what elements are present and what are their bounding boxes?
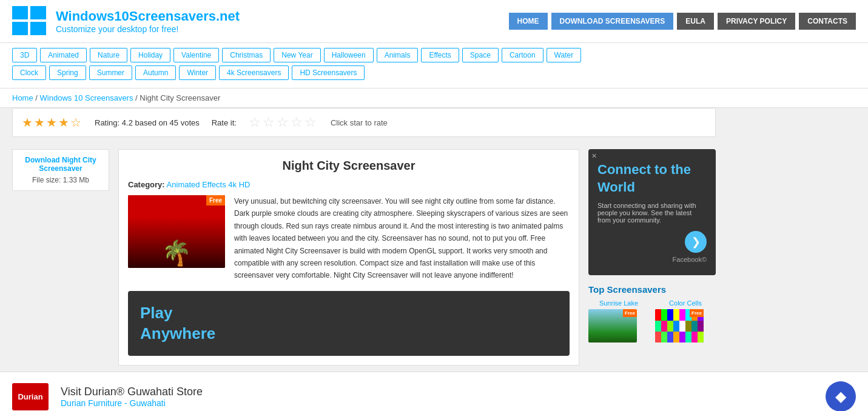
bottom-ad-subtitle: Durian Furniture - Guwahati xyxy=(61,398,813,408)
cat-link-hd[interactable]: HD xyxy=(239,180,251,189)
cat-btn-hd-screensavers[interactable]: HD Screensavers xyxy=(292,65,365,80)
fb-widget-title: Connect to the World xyxy=(597,161,707,196)
cat-btn-animals[interactable]: Animals xyxy=(377,48,419,62)
logo-title: Windows10Screensavers.net xyxy=(56,8,240,24)
cat-btn-animated[interactable]: Animated xyxy=(40,48,87,62)
screensaver-section: 🌴 Free Very unusual, but bewitching city… xyxy=(128,195,570,282)
fb-widget: ✕ Connect to the World Start connecting … xyxy=(588,149,716,275)
logo-text: Windows10Screensavers.net Customize your… xyxy=(56,8,240,34)
category-row-2: ClockSpringSummerAutumnWinter4k Screensa… xyxy=(12,65,856,80)
ss-thumbnails: Sunrise Lake Free Color Cells Free xyxy=(588,299,716,343)
cat-btn-halloween[interactable]: Halloween xyxy=(324,48,374,62)
svg-rect-2 xyxy=(12,22,28,35)
breadcrumb: Home / Windows 10 Screensavers / Night C… xyxy=(0,89,868,108)
screensaver-thumbnail: 🌴 Free xyxy=(128,195,225,268)
breadcrumb-sep1: / xyxy=(35,93,39,102)
play-banner-title: PlayAnywhere xyxy=(140,303,215,344)
fb-close-icon[interactable]: ✕ xyxy=(591,152,597,160)
rating-bar: ★★★★☆ Rating: 4.2 based on 45 votes Rate… xyxy=(12,108,716,137)
cat-btn-autumn[interactable]: Autumn xyxy=(135,65,176,80)
svg-rect-0 xyxy=(12,6,28,19)
cat-btn-cartoon[interactable]: Cartoon xyxy=(502,48,543,62)
sunrise-link[interactable]: Sunrise Lake xyxy=(588,299,649,307)
top-screensavers: Top Screensavers Sunrise Lake Free Color… xyxy=(588,284,716,343)
cat-btn-3d[interactable]: 3D xyxy=(12,48,37,62)
cat-btn-christmas[interactable]: Christmas xyxy=(222,48,271,62)
logo-area: Windows10Screensavers.net Customize your… xyxy=(12,6,240,36)
download-box: Download Night City Screensaver File siz… xyxy=(12,149,109,191)
category-line: Category: Animated Effects 4k HD xyxy=(128,180,570,189)
svg-rect-3 xyxy=(30,22,46,35)
rate-label: Rate it: xyxy=(212,118,237,127)
bottom-ad-icon: ◆ xyxy=(826,381,856,411)
fb-connect-button[interactable]: ❯ xyxy=(685,231,707,253)
cat-btn-summer[interactable]: Summer xyxy=(89,65,132,80)
bottom-ad-title: Visit Durian® Guwahati Store xyxy=(61,386,813,398)
cat-btn-4k-screensavers[interactable]: 4k Screensavers xyxy=(219,65,289,80)
cat-btn-effects[interactable]: Effects xyxy=(421,48,459,62)
page-title: Night City Screensaver xyxy=(128,159,570,173)
bottom-ad-logo: Durian xyxy=(12,383,49,410)
palm-silhouette-icon: 🌴 xyxy=(161,241,192,265)
screensaver-description: Very unusual, but bewitching city screen… xyxy=(234,195,570,282)
file-size: File size: 1.33 Mb xyxy=(32,176,89,184)
bottom-ad: Durian Visit Durian® Guwahati Store Duri… xyxy=(0,372,868,411)
cat-btn-spring[interactable]: Spring xyxy=(49,65,86,80)
cat-btn-holiday[interactable]: Holiday xyxy=(130,48,170,62)
top-screensavers-title: Top Screensavers xyxy=(588,284,716,295)
nav-buttons: HOME DOWNLOAD SCREENSAVERS EULA PRIVACY … xyxy=(509,13,856,30)
play-banner: PlayAnywhere xyxy=(128,291,570,356)
category-row-1: 3DAnimatedNatureHolidayValentineChristma… xyxy=(12,48,856,62)
free-badge: Free xyxy=(206,195,225,206)
play-banner-text: PlayAnywhere xyxy=(140,303,215,344)
sunrise-thumbnail: Free xyxy=(588,309,637,343)
click-to-rate: Click star to rate xyxy=(331,118,388,127)
cat-btn-new-year[interactable]: New Year xyxy=(274,48,320,62)
sunrise-free-badge: Free xyxy=(623,309,637,317)
diamond-icon: ◆ xyxy=(835,388,846,405)
download-button[interactable]: DOWNLOAD SCREENSAVERS xyxy=(551,13,674,30)
eula-button[interactable]: EULA xyxy=(677,13,714,30)
cat-btn-water[interactable]: Water xyxy=(547,48,582,62)
cat-btn-nature[interactable]: Nature xyxy=(90,48,127,62)
cat-link-4k[interactable]: 4k xyxy=(228,180,237,189)
breadcrumb-section[interactable]: Windows 10 Screensavers xyxy=(40,93,133,102)
download-link[interactable]: Download Night City Screensaver xyxy=(19,156,103,173)
contacts-button[interactable]: CONTACTS xyxy=(799,13,856,30)
cat-link-effects[interactable]: Effects xyxy=(202,180,226,189)
breadcrumb-home[interactable]: Home xyxy=(12,93,33,102)
breadcrumb-current: Night City Screensaver xyxy=(140,93,220,102)
ss-thumb-sunrise: Sunrise Lake Free xyxy=(588,299,649,343)
svg-rect-1 xyxy=(30,6,46,19)
color-cells-link[interactable]: Color Cells xyxy=(655,299,716,307)
home-button[interactable]: HOME xyxy=(509,13,548,30)
privacy-button[interactable]: PRIVACY POLICY xyxy=(718,13,795,30)
fb-widget-text: Start connecting and sharing with people… xyxy=(597,202,707,224)
cat-btn-valentine[interactable]: Valentine xyxy=(173,48,219,62)
screensaver-image-inner: 🌴 xyxy=(128,195,225,268)
left-sidebar: Download Night City Screensaver File siz… xyxy=(12,149,109,366)
center-content: Night City Screensaver Category: Animate… xyxy=(118,149,579,366)
stars-display: ★★★★☆ xyxy=(22,115,82,130)
category-label: Category: xyxy=(128,180,165,189)
cat-link-animated[interactable]: Animated xyxy=(167,180,200,189)
cat-btn-winter[interactable]: Winter xyxy=(179,65,216,80)
color-free-badge: Free xyxy=(690,309,704,317)
cat-btn-space[interactable]: Space xyxy=(462,48,499,62)
rating-text: Rating: 4.2 based on 45 votes xyxy=(95,118,200,127)
fb-footer: Facebook© xyxy=(597,256,707,263)
rate-stars[interactable]: ☆☆☆☆☆ xyxy=(249,115,318,130)
bottom-ad-text: Visit Durian® Guwahati Store Durian Furn… xyxy=(61,386,813,408)
category-nav: 3DAnimatedNatureHolidayValentineChristma… xyxy=(0,43,868,89)
windows-logo-icon xyxy=(12,6,49,36)
ad-logo-text: Durian xyxy=(18,392,42,401)
color-cells-thumbnail: Free xyxy=(655,309,704,343)
header: Windows10Screensavers.net Customize your… xyxy=(0,0,868,43)
right-sidebar: ✕ Connect to the World Start connecting … xyxy=(588,149,716,366)
ss-thumb-color: Color Cells Free xyxy=(655,299,716,343)
main-wrapper: Download Night City Screensaver File siz… xyxy=(0,143,728,372)
logo-subtitle: Customize your desktop for free! xyxy=(56,24,240,34)
cat-btn-clock[interactable]: Clock xyxy=(12,65,46,80)
